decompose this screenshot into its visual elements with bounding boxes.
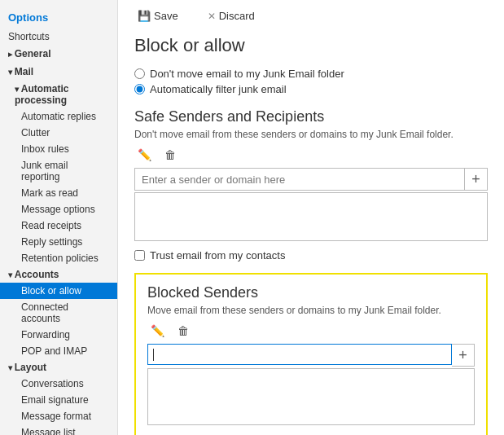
sidebar-app-title[interactable]: Options — [0, 7, 117, 29]
radio-auto-filter[interactable] — [134, 84, 145, 94]
junk-filter-options: Don't move email to my Junk Email folder… — [134, 68, 488, 95]
blocked-senders-input-active[interactable] — [147, 344, 452, 365]
cursor-bar — [153, 349, 154, 361]
save-button[interactable]: 💾 Save — [134, 8, 182, 24]
blocked-senders-section: Blocked Senders Move email from these se… — [134, 273, 488, 435]
blocked-senders-action-bar: ✏️ 🗑 — [147, 323, 475, 339]
sidebar-item-mark-as-read[interactable]: Mark as read — [0, 185, 117, 201]
sidebar: Options Shortcuts General Mail Automatic… — [0, 0, 118, 435]
sidebar-item-automatic-replies[interactable]: Automatic replies — [0, 108, 117, 125]
blocked-senders-list — [147, 368, 475, 425]
trust-contacts-label[interactable]: Trust email from my contacts — [150, 249, 285, 261]
sidebar-item-junk-reporting[interactable]: Junk email reporting — [0, 157, 117, 185]
sidebar-item-retention[interactable]: Retention policies — [0, 250, 117, 266]
radio-dont-move[interactable] — [134, 68, 145, 79]
blocked-senders-desc: Move email from these senders or domains… — [147, 305, 475, 316]
sidebar-item-connected-accounts[interactable]: Connected accounts — [0, 299, 117, 327]
safe-senders-add-button[interactable]: + — [465, 168, 488, 191]
radio-auto-filter-label[interactable]: Automatically filter junk email — [150, 83, 287, 95]
radio-item-dont-move: Don't move email to my Junk Email folder — [134, 68, 488, 80]
radio-dont-move-label[interactable]: Don't move email to my Junk Email folder — [150, 68, 344, 80]
sidebar-subgroup-automatic[interactable]: Automatic processing — [0, 81, 117, 108]
sidebar-group-general[interactable]: General — [0, 45, 117, 63]
sidebar-item-email-signature[interactable]: Email signature — [0, 392, 117, 408]
safe-senders-input[interactable] — [134, 168, 465, 191]
save-icon: 💾 — [138, 10, 151, 22]
sidebar-item-forwarding[interactable]: Forwarding — [0, 327, 117, 343]
sidebar-section-main: Shortcuts General Mail Automatic process… — [0, 29, 117, 435]
sidebar-item-read-receipts[interactable]: Read receipts — [0, 218, 117, 234]
safe-senders-edit-button[interactable]: ✏️ — [134, 147, 155, 163]
sidebar-item-reply-settings[interactable]: Reply settings — [0, 234, 117, 250]
sidebar-item-block-or-allow[interactable]: Block or allow — [0, 283, 117, 299]
sidebar-group-mail[interactable]: Mail — [0, 63, 117, 81]
sidebar-item-clutter[interactable]: Clutter — [0, 125, 117, 141]
blocked-senders-title: Blocked Senders — [147, 284, 475, 301]
safe-senders-list — [134, 192, 488, 241]
save-label: Save — [154, 10, 178, 22]
page-title: Block or allow — [134, 35, 488, 56]
safe-senders-delete-button[interactable]: 🗑 — [161, 147, 179, 163]
safe-senders-input-row: + — [134, 168, 488, 191]
discard-icon: ✕ — [208, 11, 216, 22]
discard-label: Discard — [219, 10, 255, 22]
blocked-senders-edit-button[interactable]: ✏️ — [147, 323, 168, 339]
sidebar-subgroup-layout[interactable]: Layout — [0, 359, 117, 376]
main-content: 💾 Save ✕ Discard Block or allow Don't mo… — [118, 0, 504, 435]
sidebar-item-pop-imap[interactable]: POP and IMAP — [0, 343, 117, 359]
discard-button[interactable]: ✕ Discard — [204, 8, 258, 24]
sidebar-item-shortcuts[interactable]: Shortcuts — [0, 29, 117, 45]
trust-contacts-row: Trust email from my contacts — [134, 249, 488, 261]
sidebar-item-conversations[interactable]: Conversations — [0, 376, 117, 392]
sidebar-item-message-list[interactable]: Message list — [0, 424, 117, 435]
blocked-senders-delete-button[interactable]: 🗑 — [174, 323, 192, 339]
sidebar-item-message-format[interactable]: Message format — [0, 408, 117, 424]
blocked-senders-add-button[interactable]: + — [452, 344, 475, 367]
blocked-senders-input-row: + — [147, 344, 475, 367]
toolbar: 💾 Save ✕ Discard — [134, 8, 488, 24]
sidebar-item-inbox-rules[interactable]: Inbox rules — [0, 141, 117, 157]
safe-senders-action-bar: ✏️ 🗑 — [134, 147, 488, 163]
safe-senders-title: Safe Senders and Recipients — [134, 108, 488, 125]
radio-item-auto-filter: Automatically filter junk email — [134, 83, 488, 95]
safe-senders-desc: Don't move email from these senders or d… — [134, 129, 488, 140]
sidebar-subgroup-accounts[interactable]: Accounts — [0, 266, 117, 283]
sidebar-item-message-options[interactable]: Message options — [0, 201, 117, 218]
trust-contacts-checkbox[interactable] — [134, 250, 145, 261]
